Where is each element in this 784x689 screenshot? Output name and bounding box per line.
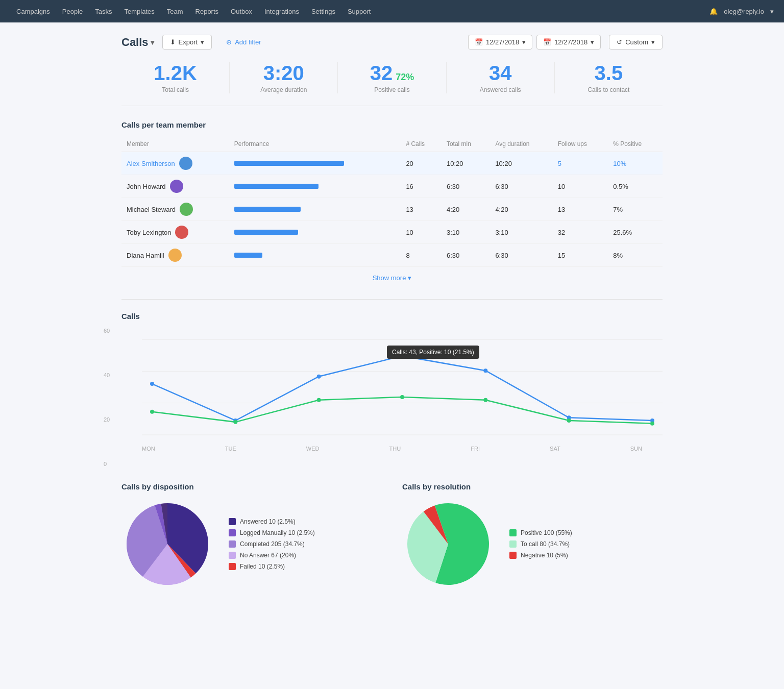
- stat-label-3: Answered calls: [452, 86, 549, 93]
- follow-ups-cell-1: 10: [553, 175, 608, 198]
- nav-item-templates[interactable]: Templates: [118, 8, 160, 15]
- legend-dot-2: [509, 552, 517, 559]
- svg-point-16: [567, 419, 571, 423]
- custom-range-button[interactable]: ↺ Custom ▾: [609, 35, 663, 50]
- resolution-block: Calls by resolution Positive 100 (55%)To…: [402, 482, 663, 590]
- disposition-container: Answered 10 (2.5%)Logged Manually 10 (2.…: [121, 498, 382, 590]
- clock-icon: ↺: [617, 38, 622, 46]
- stat-item-3: 34Answered calls: [447, 62, 555, 93]
- member-cell-2: Michael Steward: [121, 198, 229, 221]
- legend-dot-4: [229, 563, 236, 570]
- legend-dot-3: [229, 552, 236, 559]
- legend-dot-2: [229, 540, 236, 548]
- nav-items: CampaignsPeopleTasksTemplatesTeamReports…: [10, 7, 377, 15]
- member-name-1: John Howard: [127, 183, 166, 190]
- nav-item-support[interactable]: Support: [341, 8, 377, 15]
- avg-dur-cell-0: 10:20: [490, 152, 552, 175]
- calls-cell-3: 10: [401, 221, 442, 244]
- date-to-value: 12/27/2018: [554, 38, 587, 46]
- legend-label-1: Logged Manually 10 (2.5%): [240, 529, 315, 536]
- svg-point-12: [233, 420, 237, 424]
- y-label: 40: [104, 372, 110, 378]
- date-from-value: 12/27/2018: [486, 38, 519, 46]
- stat-value-0: 1.2K: [127, 62, 224, 84]
- export-label: Export: [179, 38, 198, 46]
- table-row[interactable]: Toby Lexington 10 3:10 3:10 32 25.6%: [121, 221, 663, 244]
- table-body: Alex Smitherson 20 10:20 10:20 5 10% Joh…: [121, 152, 663, 267]
- stat-label-4: Calls to contact: [560, 86, 657, 93]
- stat-label-1: Average duration: [235, 86, 332, 93]
- follow-ups-cell-3: 32: [553, 221, 608, 244]
- stats-row: 1.2KTotal calls3:20Average duration3272%…: [121, 62, 663, 106]
- show-more-caret-icon: ▾: [408, 274, 411, 282]
- legend-label-0: Positive 100 (55%): [521, 529, 572, 536]
- svg-point-13: [317, 398, 321, 402]
- legend-item: Negative 10 (5%): [509, 552, 572, 559]
- y-axis: 6040200: [104, 328, 110, 467]
- x-label: WED: [306, 446, 320, 452]
- nav-item-people[interactable]: People: [56, 8, 89, 15]
- col-header-2: # Calls: [401, 136, 442, 152]
- perf-bar-3: [234, 230, 298, 235]
- member-cell-4: Diana Hamill: [121, 244, 229, 267]
- total-min-cell-0: 10:20: [442, 152, 490, 175]
- svg-point-15: [483, 398, 487, 402]
- perf-cell-0: [229, 152, 401, 175]
- svg-point-11: [150, 410, 154, 414]
- legend-label-1: To call 80 (34.7%): [521, 540, 570, 548]
- total-min-cell-1: 6:30: [442, 175, 490, 198]
- date-from-picker[interactable]: 📅 12/27/2018 ▾: [468, 35, 532, 50]
- nav-item-team[interactable]: Team: [161, 8, 189, 15]
- nav-item-reports[interactable]: Reports: [189, 8, 225, 15]
- disposition-pie-chart: [121, 498, 213, 590]
- perf-cell-2: [229, 198, 401, 221]
- stat-item-1: 3:20Average duration: [230, 62, 338, 93]
- export-button[interactable]: ⬇ Export ▾: [162, 35, 212, 50]
- nav-item-integrations[interactable]: Integrations: [258, 8, 305, 15]
- nav-item-tasks[interactable]: Tasks: [89, 8, 118, 15]
- follow-ups-cell-0: 5: [553, 152, 608, 175]
- main-content: Calls ▾ ⬇ Export ▾ ⊕ Add filter 📅 12/27/…: [111, 22, 673, 602]
- nav-item-outbox[interactable]: Outbox: [225, 8, 258, 15]
- user-caret-icon: ▾: [770, 8, 774, 15]
- x-label: MON: [142, 446, 155, 452]
- stat-value-2: 32: [370, 62, 393, 84]
- user-menu[interactable]: oleg@reply.io: [724, 8, 764, 15]
- table-row[interactable]: Diana Hamill 8 6:30 6:30 15 8%: [121, 244, 663, 267]
- table-row[interactable]: John Howard 16 6:30 6:30 10 0.5%: [121, 175, 663, 198]
- legend-item: To call 80 (34.7%): [509, 540, 572, 548]
- member-cell-0: Alex Smitherson: [121, 152, 229, 175]
- legend-item: Logged Manually 10 (2.5%): [229, 529, 315, 536]
- calls-cell-4: 8: [401, 244, 442, 267]
- table-row[interactable]: Alex Smitherson 20 10:20 10:20 5 10%: [121, 152, 663, 175]
- nav-item-settings[interactable]: Settings: [305, 8, 341, 15]
- nav-item-campaigns[interactable]: Campaigns: [10, 8, 56, 15]
- avatar-1: [170, 180, 183, 193]
- perf-bar-1: [234, 184, 318, 189]
- show-more-label: Show more: [373, 274, 406, 282]
- calls-cell-0: 20: [401, 152, 442, 175]
- svg-point-7: [400, 354, 404, 358]
- resolution-legend: Positive 100 (55%)To call 80 (34.7%)Nega…: [509, 529, 572, 559]
- stat-value-4: 3.5: [560, 62, 657, 84]
- pct-cell-0: 10%: [608, 152, 663, 175]
- x-label: SUN: [630, 446, 642, 452]
- avg-dur-cell-4: 6:30: [490, 244, 552, 267]
- stat-item-0: 1.2KTotal calls: [121, 62, 230, 93]
- x-label: SAT: [550, 446, 560, 452]
- export-icon: ⬇: [170, 38, 176, 46]
- navbar: CampaignsPeopleTasksTemplatesTeamReports…: [0, 0, 784, 22]
- legend-label-4: Failed 10 (2.5%): [240, 563, 285, 570]
- perf-bar-0: [234, 161, 344, 166]
- bell-icon: 🔔: [709, 8, 718, 15]
- follow-ups-cell-2: 13: [553, 198, 608, 221]
- col-header-1: Performance: [229, 136, 401, 152]
- table-row[interactable]: Michael Steward 13 4:20 4:20 13 7%: [121, 198, 663, 221]
- add-filter-button[interactable]: ⊕ Add filter: [226, 38, 261, 46]
- calls-cell-2: 13: [401, 198, 442, 221]
- stat-item-2: 3272%Positive calls: [338, 62, 446, 93]
- show-more-button[interactable]: Show more ▾: [121, 267, 663, 284]
- svg-point-17: [650, 422, 654, 426]
- legend-dot-0: [229, 518, 236, 525]
- date-to-picker[interactable]: 📅 12/27/2018 ▾: [536, 35, 601, 50]
